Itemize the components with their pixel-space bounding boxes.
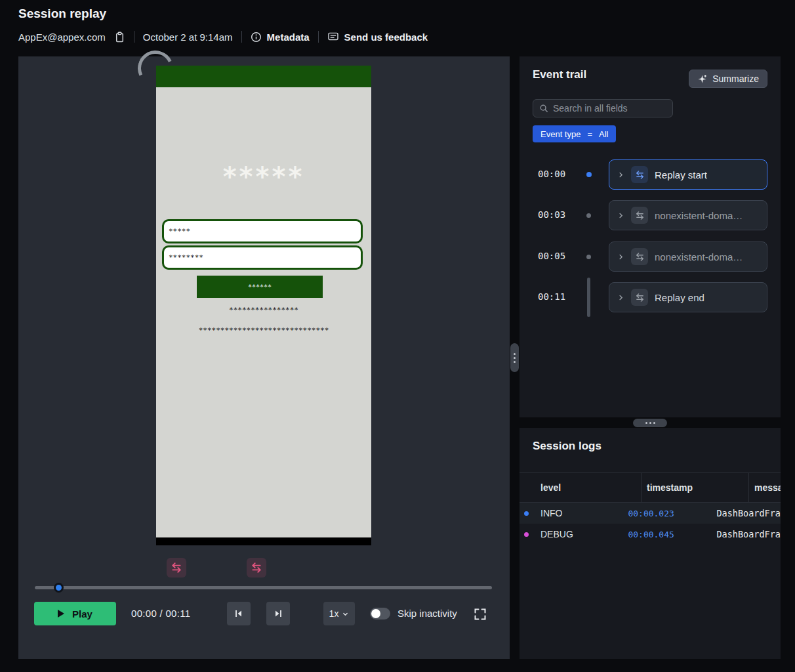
event-card-replay-end[interactable]: Replay end	[609, 282, 767, 312]
log-level: INFO	[520, 508, 622, 518]
log-level: DEBUG	[520, 529, 622, 539]
chevron-down-icon	[342, 610, 349, 618]
filter-value: All	[594, 129, 613, 139]
replay-player-panel: ***** ***** ******** ****** ************…	[18, 56, 510, 659]
column-header-level[interactable]: level	[520, 473, 642, 502]
swap-arrows-icon	[631, 248, 648, 265]
swap-arrows-icon	[171, 562, 182, 574]
skip-inactivity-label: Skip inactivity	[398, 602, 457, 625]
chevron-right-icon[interactable]	[617, 294, 624, 301]
panel-resize-handle-horizontal[interactable]	[633, 419, 667, 427]
swap-arrows-icon	[631, 289, 648, 306]
info-icon	[251, 32, 262, 43]
send-feedback-button[interactable]: Send us feedback	[327, 31, 428, 43]
event-jump-button[interactable]	[247, 558, 266, 578]
divider	[241, 31, 242, 43]
event-card-navigation[interactable]: nonexistent-doma…	[609, 200, 767, 230]
event-row: 00:11 Replay end	[520, 282, 781, 312]
masked-title-text: *****	[156, 161, 371, 192]
chevron-right-icon[interactable]	[617, 212, 624, 219]
log-level-dot-debug	[524, 532, 529, 537]
event-row: 00:00 Replay start	[520, 159, 781, 190]
event-timestamp: 00:05	[538, 251, 565, 261]
column-header-timestamp[interactable]: timestamp	[642, 473, 749, 502]
event-marker-dot	[586, 255, 591, 259]
divider	[318, 31, 319, 43]
session-logs-title: Session logs	[533, 440, 601, 453]
event-timestamp: 00:11	[538, 291, 565, 302]
masked-password-field: ********	[162, 245, 363, 270]
event-timestamp: 00:03	[538, 209, 565, 220]
replay-user-email: AppEx@appex.com	[18, 32, 106, 43]
swap-arrows-icon	[251, 562, 262, 574]
replay-screenshot: ***** ***** ******** ****** ************…	[156, 66, 371, 545]
header-meta: AppEx@appex.com October 2 at 9:14am Meta…	[18, 29, 428, 45]
fullscreen-button[interactable]	[474, 608, 487, 621]
timeline-playhead[interactable]	[54, 583, 64, 593]
playback-speed-select[interactable]: 1x	[323, 602, 355, 625]
log-message: DashBoardFra	[711, 508, 781, 518]
copy-clipboard-icon[interactable]	[114, 32, 125, 43]
event-card-replay-start[interactable]: Replay start	[609, 159, 767, 190]
event-marker-dot	[586, 213, 591, 218]
divider	[134, 31, 134, 43]
event-card-navigation[interactable]: nonexistent-doma…	[609, 242, 767, 272]
play-button[interactable]: Play	[34, 602, 116, 625]
next-breadcrumb-button[interactable]	[266, 602, 290, 625]
event-end-marker	[587, 278, 590, 317]
replay-date: October 2 at 9:14am	[143, 32, 233, 43]
event-label: Replay start	[655, 169, 707, 180]
chevron-right-icon[interactable]	[617, 253, 624, 261]
event-label: nonexistent-doma…	[655, 251, 743, 262]
filter-operator: =	[586, 129, 594, 139]
skip-next-icon	[273, 608, 283, 619]
event-row: 00:05 nonexistent-doma…	[520, 242, 781, 272]
log-timestamp-link[interactable]: 00:00.045	[622, 530, 711, 539]
swap-arrows-icon	[631, 207, 648, 224]
skip-previous-icon	[234, 608, 244, 619]
fullscreen-icon	[474, 608, 487, 621]
feedback-icon	[327, 31, 339, 43]
summarize-button[interactable]: Summarize	[689, 70, 767, 88]
swap-arrows-icon	[631, 166, 648, 183]
device-header-bar	[156, 66, 371, 87]
event-search-box[interactable]	[533, 99, 673, 117]
previous-breadcrumb-button[interactable]	[227, 602, 251, 625]
event-row: 00:03 nonexistent-doma…	[520, 200, 781, 230]
metadata-button[interactable]: Metadata	[251, 32, 310, 43]
session-logs-panel: Session logs level timestamp message INF…	[520, 428, 781, 659]
masked-login-button: ******	[197, 276, 323, 298]
event-trail-panel: Event trail Summarize Event type = All 0…	[520, 56, 781, 417]
timeline-track[interactable]	[35, 586, 492, 589]
replay-timeline-scrubber[interactable]	[35, 583, 492, 592]
chevron-right-icon[interactable]	[617, 171, 624, 178]
masked-username-field: *****	[162, 219, 363, 243]
event-timestamp: 00:00	[538, 169, 565, 179]
session-logs-table: level timestamp message INFO 00:00.023 D…	[520, 472, 781, 545]
device-footer-bar	[156, 537, 371, 545]
log-timestamp-link[interactable]: 00:00.023	[622, 509, 711, 518]
magnifier-icon	[539, 104, 548, 113]
log-level-dot-info	[524, 511, 529, 516]
event-search-input[interactable]	[553, 103, 666, 114]
event-marker-dot	[586, 172, 592, 177]
sparkle-icon	[697, 74, 707, 84]
event-label: nonexistent-doma…	[655, 210, 743, 221]
column-header-message[interactable]: message	[749, 473, 781, 502]
page-title: Session replay	[18, 7, 106, 21]
play-icon	[58, 610, 64, 618]
masked-text-line: ****************	[156, 306, 371, 314]
toggle-knob	[371, 609, 380, 618]
log-table-header: level timestamp message	[520, 472, 781, 503]
event-jump-button[interactable]	[167, 558, 186, 578]
event-trail-title: Event trail	[533, 68, 586, 81]
log-row[interactable]: INFO 00:00.023 DashBoardFra	[520, 503, 781, 524]
log-row[interactable]: DEBUG 00:00.045 DashBoardFra	[520, 524, 781, 545]
log-message: DashBoardFra	[711, 529, 781, 539]
filter-field: Event type	[535, 129, 586, 139]
event-type-filter-chip[interactable]: Event type = All	[533, 125, 616, 142]
skip-inactivity-toggle[interactable]	[370, 608, 390, 620]
masked-text-line: ******************************	[156, 326, 371, 335]
event-label: Replay end	[655, 292, 704, 303]
panel-resize-handle-vertical[interactable]	[510, 343, 519, 372]
